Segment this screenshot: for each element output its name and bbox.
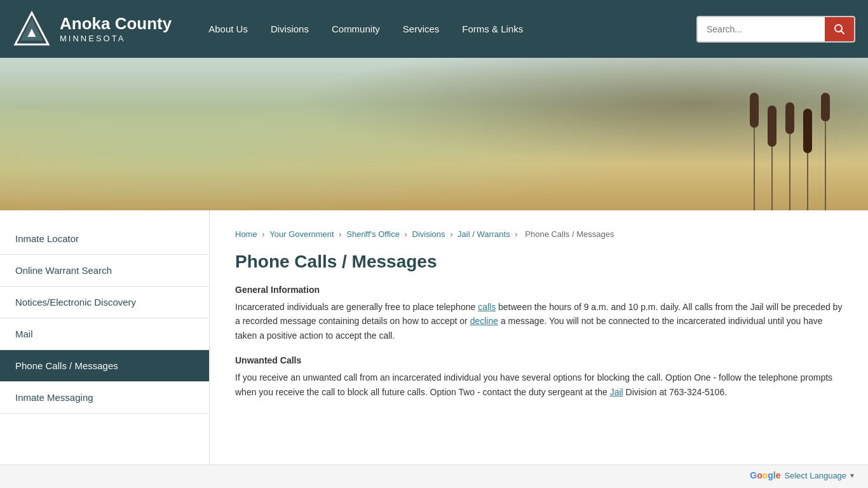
sidebar-item-online-warrant-search[interactable]: Online Warrant Search: [0, 255, 209, 287]
google-g-icon: Google: [750, 470, 780, 480]
sidebar-item-inmate-messaging[interactable]: Inmate Messaging: [0, 382, 209, 414]
nav-item-about-us[interactable]: About Us: [197, 0, 259, 58]
site-header: ▲ Anoka County MINNESOTA About Us Divisi…: [0, 0, 868, 58]
logo-text: Anoka County MINNESOTA: [60, 14, 172, 44]
google-translate-widget: Google Select Language ▼: [750, 470, 855, 480]
search-area: [696, 16, 855, 43]
section-unwanted-calls: Unwanted Calls If you receive an unwante…: [235, 355, 843, 399]
link-calls[interactable]: calls: [478, 302, 496, 312]
main-content: Home › Your Government › Sheriff's Offic…: [210, 210, 868, 464]
link-jail[interactable]: Jail: [610, 387, 623, 397]
nav-item-services[interactable]: Services: [391, 0, 451, 58]
breadcrumb-sep-4: ›: [515, 229, 520, 239]
search-icon: [834, 24, 845, 35]
breadcrumb-sep-0: ›: [262, 229, 267, 239]
section-general-info-body: Incarcerated individuals are generally f…: [235, 300, 843, 342]
sidebar-item-mail[interactable]: Mail: [0, 318, 209, 350]
breadcrumb: Home › Your Government › Sheriff's Offic…: [235, 229, 843, 239]
search-button[interactable]: [825, 17, 854, 41]
breadcrumb-sep-3: ›: [450, 229, 455, 239]
select-language-button[interactable]: Select Language ▼: [785, 471, 856, 480]
logo-icon: ▲: [13, 10, 51, 48]
breadcrumb-your-government[interactable]: Your Government: [269, 229, 334, 239]
nav-item-divisions[interactable]: Divisions: [259, 0, 320, 58]
search-input[interactable]: [698, 18, 825, 41]
hero-background: [0, 58, 868, 210]
cattails-decoration: [750, 71, 830, 210]
section-general-info: General Information Incarcerated individ…: [235, 285, 843, 342]
page-title: Phone Calls / Messages: [235, 252, 843, 272]
breadcrumb-sep-1: ›: [339, 229, 344, 239]
content-area: Inmate Locator Online Warrant Search Not…: [0, 210, 868, 464]
sidebar: Inmate Locator Online Warrant Search Not…: [0, 210, 210, 464]
search-box: [696, 16, 855, 43]
breadcrumb-current: Phone Calls / Messages: [525, 229, 614, 239]
breadcrumb-sep-2: ›: [405, 229, 410, 239]
section-unwanted-calls-body: If you receive an unwanted call from an …: [235, 370, 843, 399]
main-nav: About Us Divisions Community Services Fo…: [197, 0, 696, 58]
sidebar-item-notices-electronic-discovery[interactable]: Notices/Electronic Discovery: [0, 287, 209, 318]
state-name: MINNESOTA: [60, 34, 172, 44]
breadcrumb-sheriffs-office[interactable]: Sheriff's Office: [346, 229, 400, 239]
select-language-label: Select Language: [785, 471, 847, 480]
nav-item-community[interactable]: Community: [320, 0, 391, 58]
breadcrumb-jail-warrants[interactable]: Jail / Warrants: [458, 229, 510, 239]
sidebar-item-phone-calls-messages[interactable]: Phone Calls / Messages: [0, 350, 209, 382]
svg-line-4: [841, 30, 844, 34]
section-general-info-heading: General Information: [235, 285, 843, 295]
site-logo[interactable]: ▲ Anoka County MINNESOTA: [13, 10, 172, 48]
footer-bar: Google Select Language ▼: [0, 464, 868, 485]
breadcrumb-divisions[interactable]: Divisions: [412, 229, 445, 239]
section-unwanted-calls-heading: Unwanted Calls: [235, 355, 843, 365]
hero-banner: [0, 58, 868, 210]
breadcrumb-home[interactable]: Home: [235, 229, 257, 239]
nav-item-forms-links[interactable]: Forms & Links: [451, 0, 534, 58]
link-decline[interactable]: decline: [470, 316, 498, 326]
svg-text:▲: ▲: [25, 24, 39, 40]
sidebar-item-inmate-locator[interactable]: Inmate Locator: [0, 223, 209, 255]
county-name: Anoka County: [60, 14, 172, 34]
chevron-down-icon: ▼: [849, 472, 855, 479]
